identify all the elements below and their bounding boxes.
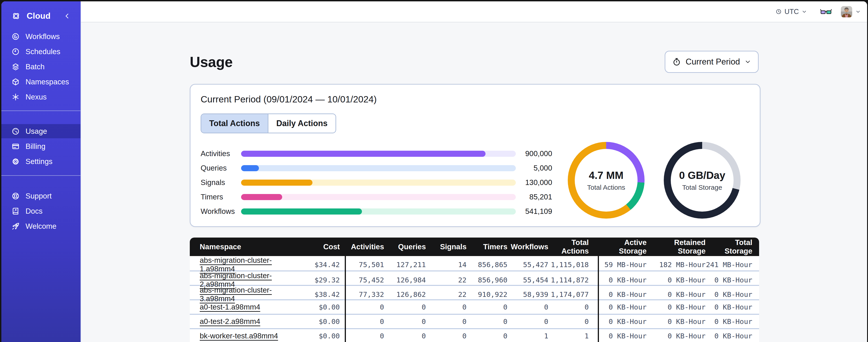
donut-label: Total Storage bbox=[682, 184, 722, 191]
batch-icon bbox=[11, 63, 20, 71]
cell-value: $0.00 bbox=[298, 317, 345, 326]
period-selector-button[interactable]: Current Period bbox=[665, 51, 758, 73]
column-header-active-storage: Active Storage bbox=[598, 238, 647, 255]
bar-track bbox=[241, 165, 516, 171]
cell-value: 0 bbox=[345, 303, 384, 311]
cell-value: 0 KB-Hour bbox=[647, 276, 706, 284]
cell-value: 0 bbox=[467, 303, 507, 311]
column-header-queries: Queries bbox=[384, 242, 426, 251]
bar-row-queries: Queries5,000 bbox=[200, 161, 552, 175]
sidebar-item-workflows[interactable]: Workflows bbox=[1, 29, 81, 43]
cell-value: 75,501 bbox=[345, 261, 384, 269]
topbar: UTC bbox=[81, 1, 867, 22]
cell-value: 126,862 bbox=[384, 290, 426, 299]
cell-value: 1 bbox=[507, 332, 548, 340]
sidebar-item-settings[interactable]: Settings bbox=[1, 154, 81, 169]
welcome-icon bbox=[11, 222, 20, 231]
bar-label: Activities bbox=[200, 149, 241, 158]
usage-card: Current Period (09/01/2024 — 10/01/2024)… bbox=[190, 84, 761, 227]
sidebar-item-billing[interactable]: Billing bbox=[1, 139, 81, 153]
sidebar-item-label: Batch bbox=[26, 63, 44, 71]
cell-value: 0 bbox=[548, 303, 589, 311]
table-header-row: NamespaceCostActivitiesQueriesSignalsTim… bbox=[190, 238, 759, 256]
cell-value: $29.32 bbox=[298, 276, 345, 284]
cell-value: 14 bbox=[426, 261, 467, 269]
sidebar-item-label: Settings bbox=[26, 157, 53, 166]
sidebar-item-usage[interactable]: Usage bbox=[1, 124, 81, 138]
avatar[interactable] bbox=[841, 6, 852, 18]
cell-value: 0 bbox=[345, 332, 384, 340]
sidebar-item-welcome[interactable]: Welcome bbox=[1, 219, 81, 233]
table-column-divider bbox=[345, 256, 346, 342]
sidebar-item-docs[interactable]: Docs bbox=[1, 204, 81, 218]
donut-value: 4.7 MM bbox=[589, 169, 623, 181]
sidebar-item-batch[interactable]: Batch bbox=[1, 60, 81, 74]
bar-value: 541,109 bbox=[516, 207, 552, 216]
usage-card-title: Current Period (09/01/2024 — 10/01/2024) bbox=[200, 94, 377, 105]
bar-fill bbox=[241, 208, 362, 214]
namespace-link[interactable]: a0-test-2.a98mm4 bbox=[200, 317, 260, 326]
glasses-icon[interactable] bbox=[820, 8, 832, 15]
workflows-icon bbox=[11, 32, 20, 41]
sidebar-item-label: Support bbox=[26, 192, 52, 200]
bar-fill bbox=[241, 165, 259, 171]
sidebar-item-schedules[interactable]: Schedules bbox=[1, 44, 81, 59]
sidebar-nav-help: SupportDocsWelcome bbox=[1, 189, 81, 233]
sidebar-item-nexus[interactable]: Nexus bbox=[1, 90, 81, 104]
table-row: bk-worker-test.a98mm4$0.000000110 KB-Hou… bbox=[190, 328, 759, 342]
namespace-link[interactable]: bk-worker-test.a98mm4 bbox=[200, 332, 278, 340]
bar-fill bbox=[241, 179, 312, 186]
actions-tabs: Total ActionsDaily Actions bbox=[200, 113, 336, 133]
sidebar-collapse-button[interactable] bbox=[62, 11, 72, 21]
sidebar-item-label: Billing bbox=[26, 142, 45, 151]
usage-icon bbox=[11, 127, 20, 136]
schedules-icon bbox=[11, 47, 20, 56]
namespaces-icon bbox=[11, 78, 20, 86]
table-row: a0-test-2.a98mm4$0.000000000 KB-Hour0 KB… bbox=[190, 314, 759, 328]
donut-total-storage: 0 GB/DayTotal Storage bbox=[664, 142, 741, 218]
page-title: Usage bbox=[190, 54, 233, 70]
bar-value: 900,000 bbox=[516, 149, 552, 158]
sidebar-brand[interactable]: Cloud bbox=[1, 8, 81, 24]
cell-value: 0 KB-Hour bbox=[598, 290, 647, 299]
column-header-cost: Cost bbox=[298, 242, 345, 251]
sidebar-nav-account: UsageBillingSettings bbox=[1, 124, 81, 169]
user-menu-chevron-down-icon[interactable] bbox=[855, 9, 861, 14]
bar-row-activities: Activities900,000 bbox=[200, 146, 552, 161]
bar-fill bbox=[241, 194, 282, 200]
sidebar-item-label: Welcome bbox=[26, 222, 57, 231]
column-header-retained-storage: Retained Storage bbox=[647, 238, 706, 255]
cell-value: $38.42 bbox=[298, 290, 345, 299]
chevron-down-icon bbox=[744, 59, 751, 65]
sidebar-item-label: Usage bbox=[26, 127, 47, 136]
tab-total-actions[interactable]: Total Actions bbox=[201, 114, 268, 133]
bar-fill bbox=[241, 151, 486, 157]
cell-value: $0.00 bbox=[298, 303, 345, 311]
cell-value: 55,454 bbox=[507, 276, 548, 284]
support-icon bbox=[11, 192, 20, 200]
timezone-selector[interactable]: UTC bbox=[776, 8, 807, 16]
stopwatch-icon bbox=[672, 57, 681, 66]
clock-icon bbox=[776, 8, 782, 15]
sidebar-item-namespaces[interactable]: Namespaces bbox=[1, 75, 81, 89]
cell-value: 1,174,077 bbox=[548, 290, 589, 299]
table-row: abs-migration-cluster-2.a98mm4$29.3275,4… bbox=[190, 271, 759, 285]
namespace-link[interactable]: abs-migration-cluster-1.a98mm4 bbox=[200, 256, 272, 273]
namespace-link[interactable]: abs-migration-cluster-3.a98mm4 bbox=[200, 286, 272, 303]
cell-value: 0 KB-Hour bbox=[706, 303, 759, 311]
column-header-activities: Activities bbox=[345, 242, 384, 251]
cell-value: 77,332 bbox=[345, 290, 384, 299]
donut-total-actions: 4.7 MMTotal Actions bbox=[568, 142, 645, 218]
column-header-total-actions: Total Actions bbox=[548, 238, 589, 255]
brand-label: Cloud bbox=[27, 11, 51, 21]
bar-track bbox=[241, 208, 516, 214]
cell-value: 1,114,872 bbox=[548, 276, 589, 284]
sidebar-item-support[interactable]: Support bbox=[1, 189, 81, 203]
column-header-signals: Signals bbox=[426, 242, 467, 251]
namespace-link[interactable]: a0-test-1.a98mm4 bbox=[200, 303, 260, 311]
sidebar-item-label: Nexus bbox=[26, 93, 47, 101]
cell-value: 0 KB-Hour bbox=[598, 317, 647, 326]
cell-value: 0 bbox=[345, 317, 384, 326]
cell-value: 0 KB-Hour bbox=[706, 317, 759, 326]
tab-daily-actions[interactable]: Daily Actions bbox=[268, 114, 336, 133]
